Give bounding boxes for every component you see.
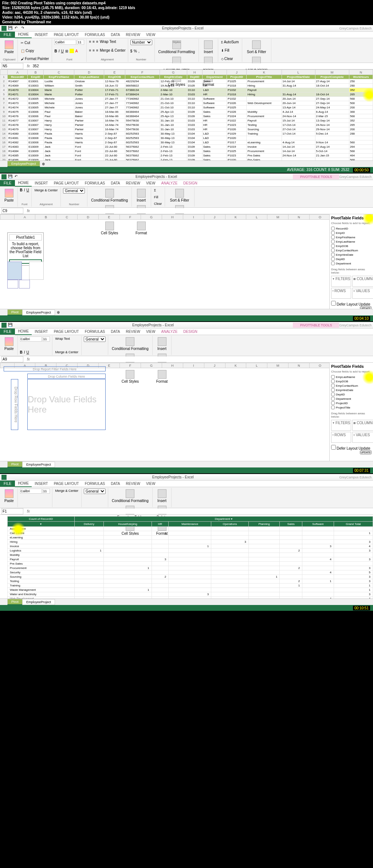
pivot-field[interactable]: Department xyxy=(331,397,372,401)
defer-checkbox[interactable] xyxy=(331,301,336,306)
pivot-result-table[interactable]: Count of RecordIDDepartment ▾▾DeliveryHo… xyxy=(7,516,373,598)
tab-view[interactable]: VIEW xyxy=(143,32,158,38)
new-sheet-icon[interactable]: ⊕ xyxy=(40,162,47,166)
values-area[interactable]: Σ VALUES xyxy=(352,288,373,299)
pivot-field[interactable]: EmpID xyxy=(331,231,372,235)
pivot-field[interactable]: Department xyxy=(331,261,372,266)
save-icon[interactable]: 💾 xyxy=(8,26,13,31)
insert-cells-button[interactable]: Insert xyxy=(202,40,214,55)
formula-bar: fx xyxy=(0,63,373,69)
pivot-field[interactable]: ProjectID xyxy=(331,401,372,405)
align-center-icon[interactable]: ≡ xyxy=(93,48,95,52)
status-bar: AVERAGE: 316 COUNT: 8 SUM: 253200:00:50 xyxy=(0,167,373,173)
clear-button[interactable]: ◇ Clear xyxy=(220,56,240,61)
currency-icon[interactable]: $ xyxy=(130,49,133,53)
sheet-tab-emp[interactable]: EmployeeProject xyxy=(7,161,40,167)
tab-file[interactable]: FILE xyxy=(0,32,15,38)
format-painter-button[interactable]: 🖌 Format Painter xyxy=(20,56,50,61)
file-info: File: 002 Creating Pivot Tables using co… xyxy=(0,0,373,25)
number-format[interactable]: Number xyxy=(130,40,152,45)
font-name[interactable] xyxy=(54,40,76,45)
pivot-field[interactable]: DeptID xyxy=(331,257,372,261)
wrap-text-button[interactable]: Wrap Text xyxy=(100,40,116,44)
fill-button[interactable]: ⬇ Fill xyxy=(220,48,240,53)
merge-button[interactable]: Merge & Center xyxy=(100,48,126,52)
undo-icon[interactable]: ↶ xyxy=(15,26,20,31)
pivot-field[interactable]: ProjectTitle xyxy=(331,405,372,410)
tab-home[interactable]: HOME xyxy=(15,31,32,38)
ribbon-tabs: FILE HOME INSERT PAGE LAYOUT FORMULAS DA… xyxy=(0,32,373,38)
pivot-field[interactable]: EmpDOB xyxy=(331,379,372,383)
fx-icon[interactable]: fx xyxy=(25,64,32,68)
align-right-icon[interactable]: ≡ xyxy=(96,48,98,52)
align-bot-icon[interactable]: ≡ xyxy=(96,40,98,44)
font-color-icon[interactable]: A xyxy=(75,49,78,53)
brand: GreyCampus Edutech xyxy=(339,27,372,30)
align-top-icon[interactable]: ≡ xyxy=(89,40,91,44)
formula-input[interactable] xyxy=(32,63,373,69)
pivot-field[interactable]: EmpContactNum xyxy=(331,383,372,388)
drop-column-zone[interactable]: Drop Column Fields Here xyxy=(27,374,106,379)
copy-button[interactable]: 📋 Copy xyxy=(20,48,50,53)
pivot-field[interactable]: EmpFirstName xyxy=(331,235,372,239)
update-button[interactable]: UPDATE xyxy=(360,306,372,309)
name-box[interactable] xyxy=(1,63,23,69)
font-size[interactable] xyxy=(77,40,84,45)
pivot-field[interactable]: DeptID xyxy=(331,392,372,397)
pivot-field[interactable]: RecordID xyxy=(331,226,372,231)
comma-icon[interactable]: , xyxy=(138,49,140,53)
window-title: EmployeeProjects - Excel xyxy=(26,26,339,30)
timestamp: 00:00:50 xyxy=(353,168,370,172)
align-mid-icon[interactable]: ≡ xyxy=(93,40,95,44)
sheet-tabs: EmployeeProject ⊕ xyxy=(0,160,373,167)
italic-button[interactable]: I xyxy=(59,49,60,53)
bold-button[interactable]: B xyxy=(54,49,57,53)
pivot-field[interactable]: EmpDOB xyxy=(331,244,372,248)
columns-area[interactable]: ▦ COLUMNS xyxy=(352,276,373,287)
pivot-field[interactable]: EmpContactNum xyxy=(331,248,372,252)
border-icon[interactable]: ⊞ xyxy=(65,49,68,53)
align-left-icon[interactable]: ≡ xyxy=(89,48,91,52)
tab-pagelayout[interactable]: PAGE LAYOUT xyxy=(51,32,82,38)
tab-insert[interactable]: INSERT xyxy=(32,32,51,38)
pivot-fields-panel: PivotTable Fields Choose fields to add t… xyxy=(329,214,373,309)
paste-button[interactable]: Paste xyxy=(3,40,15,55)
cut-button[interactable]: ✂ Cut xyxy=(20,40,50,45)
rows-area[interactable]: ≡ ROWS xyxy=(331,288,351,299)
pivot-field[interactable]: EmpLastName xyxy=(331,239,372,244)
fill-color-icon[interactable] xyxy=(70,49,74,53)
drop-row-zone[interactable]: Drop Row Fields Here xyxy=(11,379,18,430)
title-bar: 💾 ↶ ↷ EmployeeProjects - Excel GreyCampu… xyxy=(0,25,373,32)
spreadsheet-grid[interactable]: ABCDEFGHIJKLMN1RecordIDEmpIDEmpFirstName… xyxy=(0,69,373,160)
pivot-builder: PivotTable1 To build a report, choose fi… xyxy=(7,232,44,266)
autosum-button[interactable]: Σ AutoSum xyxy=(220,40,240,44)
excel-window-4: EmployeeProjects - Excel GreyCampus Edut… xyxy=(0,474,373,611)
underline-button[interactable]: U xyxy=(61,49,63,53)
tab-formulas[interactable]: FORMULAS xyxy=(82,32,108,38)
filters-area[interactable]: ▼ FILTERS xyxy=(331,276,351,287)
drop-value-zone[interactable]: Drop Value Fields Here xyxy=(27,379,106,430)
percent-icon[interactable]: % xyxy=(134,49,137,53)
redo-icon[interactable]: ↷ xyxy=(21,26,26,31)
tab-review[interactable]: REVIEW xyxy=(123,32,143,38)
tab-data[interactable]: DATA xyxy=(108,32,123,38)
ribbon: Paste Clipboard ✂ Cut 📋 Copy 🖌 Format Pa… xyxy=(0,38,373,63)
excel-window-3: 💾 EmployeeProjects - Excel PIVOTTABLE TO… xyxy=(0,322,373,473)
pivot-field[interactable]: EmpHireDate xyxy=(331,388,372,392)
pivot-field[interactable]: EmpHireDate xyxy=(331,252,372,257)
sort-filter-button[interactable]: Sort & Filter xyxy=(246,40,268,55)
pivot-field[interactable]: EmpLastName xyxy=(331,375,372,379)
drop-filter-zone[interactable]: Drop Report Filter Fields Here xyxy=(4,366,106,371)
excel-window-2: 💾↶ EmployeeProjects - Excel PIVOTTABLE T… xyxy=(0,174,373,321)
excel-window-1: 💾 ↶ ↷ EmployeeProjects - Excel GreyCampu… xyxy=(0,25,373,173)
excel-icon xyxy=(1,26,7,31)
pivot-diagram xyxy=(7,262,44,291)
